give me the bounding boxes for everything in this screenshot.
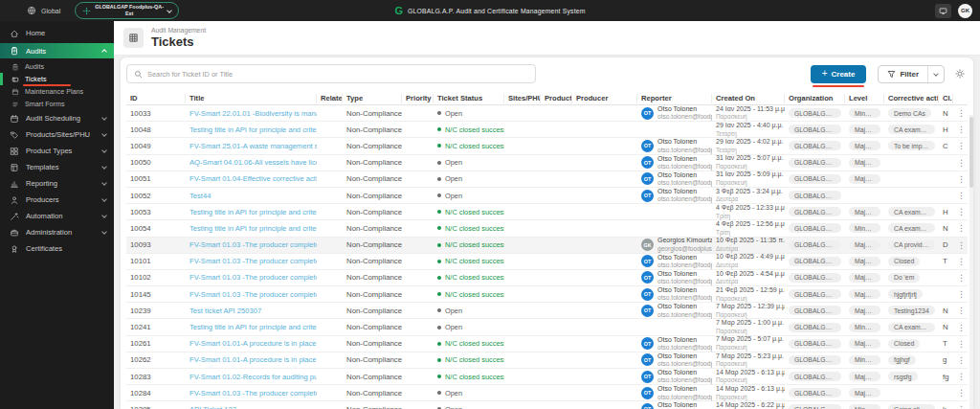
sidebar-item-administration[interactable]: Administration — [0, 224, 114, 240]
row-menu-button[interactable]: ⋮ — [957, 306, 966, 315]
ticket-title-link[interactable]: API Ticket 123 — [189, 405, 236, 409]
sidebar-subitem-tickets[interactable]: Tickets — [0, 73, 114, 85]
column-header-created[interactable]: Created On — [712, 94, 785, 103]
filter-dropdown-button[interactable] — [927, 66, 944, 82]
column-header-level[interactable]: Level — [845, 94, 884, 103]
row-menu-button[interactable]: ⋮ — [957, 223, 966, 233]
row-menu-button[interactable]: ⋮ — [957, 323, 966, 332]
table-row[interactable]: 10033FV-Smart 22.01.01 -Biodiversity is … — [126, 105, 968, 122]
ticket-title-link[interactable]: FV-Smart 01.03 -The producer completes a… — [189, 273, 317, 282]
column-header-priority[interactable]: Priority — [402, 94, 434, 103]
table-row[interactable]: 10145FV-Smart 01.03 -The producer comple… — [126, 286, 968, 303]
sidebar-item-templates[interactable]: Templates — [0, 159, 114, 175]
sidebar-subitem-smart-forms[interactable]: Smart Forms — [0, 98, 114, 110]
ticket-title-link[interactable]: FV-Smart 01.01-A procedure is in place t… — [189, 355, 317, 364]
column-header-sites[interactable]: Sites/PHU — [504, 94, 541, 103]
column-header-status[interactable]: Ticket Status — [434, 94, 504, 103]
ticket-title-link[interactable]: FV-Smart 01.03 -The producer completes a… — [189, 389, 317, 398]
row-menu-button[interactable]: ⋮ — [957, 355, 966, 365]
column-header-ci[interactable]: Cl... — [939, 94, 953, 103]
display-mode-button[interactable] — [935, 4, 951, 18]
ticket-title-link[interactable]: Testing title in API for principle and c… — [189, 323, 317, 331]
table-row[interactable]: 10239Test ticket API 250307Non-Complianc… — [126, 303, 968, 319]
module-grid-icon[interactable] — [123, 28, 144, 48]
column-header-type[interactable]: Type — [343, 94, 402, 103]
column-header-organization[interactable]: Organization — [785, 94, 845, 103]
sidebar-subitem-maintenance-plans[interactable]: Maintenance Plans — [0, 85, 114, 98]
column-header-reporter[interactable]: Reporter — [637, 94, 712, 103]
row-menu-button[interactable]: ⋮ — [957, 289, 966, 299]
ticket-title-link[interactable]: FV-Smart 25.01-A waste management system… — [189, 142, 317, 150]
table-row[interactable]: 10284FV-Smart 01.03 -The producer comple… — [126, 385, 968, 401]
ticket-title-link[interactable]: FV-Smart 01.03 -The producer completes a… — [189, 290, 317, 299]
row-menu-button[interactable]: ⋮ — [957, 388, 966, 398]
table-row[interactable]: 10054Testing title in API for principle … — [126, 220, 968, 237]
row-menu-button[interactable]: ⋮ — [957, 404, 966, 409]
column-header-id[interactable]: ID — [126, 94, 186, 103]
ticket-title-link[interactable]: FV-Smart 01.03 -The producer completes a… — [189, 257, 317, 265]
search-input[interactable] — [147, 70, 528, 79]
table-row[interactable]: 10102FV-Smart 01.03 -The producer comple… — [126, 270, 968, 286]
ticket-title-link[interactable]: FV-Smart 01.03 -The producer completes a… — [189, 240, 317, 249]
table-row[interactable]: 10285API Ticket 123Non-ComplianceOpenOTO… — [126, 401, 968, 409]
vertical-scrollbar[interactable] — [969, 115, 973, 409]
row-menu-button[interactable]: ⋮ — [957, 207, 966, 216]
filter-button[interactable]: Filter — [879, 66, 927, 82]
sidebar-subitem-audits[interactable]: Audits — [0, 60, 114, 73]
row-menu-button[interactable]: ⋮ — [957, 339, 966, 349]
table-row[interactable]: 10052Test44Non-ComplianceOpenOTOtso Tolo… — [126, 188, 968, 204]
sidebar-item-product-types[interactable]: Product Types — [0, 143, 114, 159]
sidebar-item-products-sites-phu[interactable]: Products/Sites/PHU — [0, 126, 114, 143]
sidebar-item-producers[interactable]: Producers — [0, 192, 114, 208]
ticket-title-link[interactable]: Testing title in API for principle and c… — [189, 125, 317, 134]
table-row[interactable]: 10049FV-Smart 25.01-A waste management s… — [126, 138, 968, 154]
scrollbar-thumb[interactable] — [969, 117, 973, 188]
table-row[interactable]: 10048Testing title in API for principle … — [126, 122, 968, 138]
column-header-corrective[interactable]: Corrective actio... — [884, 94, 939, 103]
table-row[interactable]: 10283FV-Smart 01.02-Records for auditing… — [126, 369, 968, 385]
table-row[interactable]: 10261FV-Smart 01.01-A procedure is in pl… — [126, 336, 968, 352]
sidebar-item-audit-scheduling[interactable]: Audit Scheduling — [0, 110, 114, 126]
row-menu-button[interactable]: ⋮ — [957, 372, 966, 381]
user-avatar[interactable]: GK — [958, 4, 972, 18]
row-menu-button[interactable]: ⋮ — [957, 158, 966, 168]
search-box[interactable] — [126, 64, 536, 83]
ticket-title-link[interactable]: Testing title in API for principle and c… — [189, 224, 317, 233]
ticket-title-link[interactable]: Testing title in API for principle and c… — [189, 208, 317, 216]
row-menu-button[interactable]: ⋮ — [957, 191, 966, 200]
row-menu-button[interactable]: ⋮ — [957, 257, 966, 266]
ticket-title-link[interactable]: Test ticket API 250307 — [189, 307, 261, 315]
row-menu-button[interactable]: ⋮ — [957, 174, 966, 184]
ticket-title-link[interactable]: Test44 — [189, 192, 211, 200]
sidebar-item-reporting[interactable]: Reporting — [0, 175, 114, 192]
ticket-title-link[interactable]: AQ-Smart 04.01.06-All vessels have licen… — [189, 158, 317, 167]
ticket-title-link[interactable]: FV-Smart 01.04-Effective corrective acti… — [189, 174, 317, 183]
row-menu-button[interactable]: ⋮ — [957, 125, 966, 134]
table-row[interactable]: 10101FV-Smart 01.03 -The producer comple… — [126, 254, 968, 270]
column-header-menu[interactable] — [953, 94, 968, 103]
ticket-title-link[interactable]: FV-Smart 01.01-A procedure is in place t… — [189, 339, 317, 348]
column-header-related[interactable]: Relate... — [317, 94, 343, 103]
column-header-producer[interactable]: Producer — [572, 94, 637, 103]
create-button[interactable]: + Create — [811, 65, 867, 83]
ticket-title-link[interactable]: FV-Smart 01.02-Records for auditing purp… — [189, 373, 317, 381]
sidebar-item-home[interactable]: Home — [0, 25, 114, 41]
org-selector[interactable]: GLOBALGAP Foodplus-QA- Ext — [75, 2, 179, 19]
table-settings-button[interactable] — [954, 68, 966, 80]
sidebar-item-audits[interactable]: Audits — [0, 43, 114, 58]
row-menu-button[interactable]: ⋮ — [957, 240, 966, 250]
sidebar-item-automation[interactable]: Automation — [0, 208, 114, 224]
sidebar-item-certificates[interactable]: Certificates — [0, 240, 114, 257]
table-row[interactable]: 10093FV-Smart 01.03 -The producer comple… — [126, 238, 968, 254]
table-row[interactable]: 10241Testing title in API for principle … — [126, 319, 968, 335]
table-row[interactable]: 10053Testing title in API for principle … — [126, 204, 968, 220]
table-row[interactable]: 10262FV-Smart 01.01-A procedure is in pl… — [126, 352, 968, 369]
table-row[interactable]: 10051FV-Smart 01.04-Effective corrective… — [126, 171, 968, 188]
column-header-product[interactable]: Product — [541, 94, 572, 103]
row-menu-button[interactable]: ⋮ — [957, 273, 966, 283]
table-row[interactable]: 10050AQ-Smart 04.01.06-All vessels have … — [126, 155, 968, 171]
row-menu-button[interactable]: ⋮ — [957, 141, 966, 150]
column-header-title[interactable]: Title — [186, 94, 317, 103]
ticket-title-link[interactable]: FV-Smart 22.01.01 -Biodiversity is manag… — [189, 109, 317, 118]
row-menu-button[interactable]: ⋮ — [957, 108, 966, 118]
